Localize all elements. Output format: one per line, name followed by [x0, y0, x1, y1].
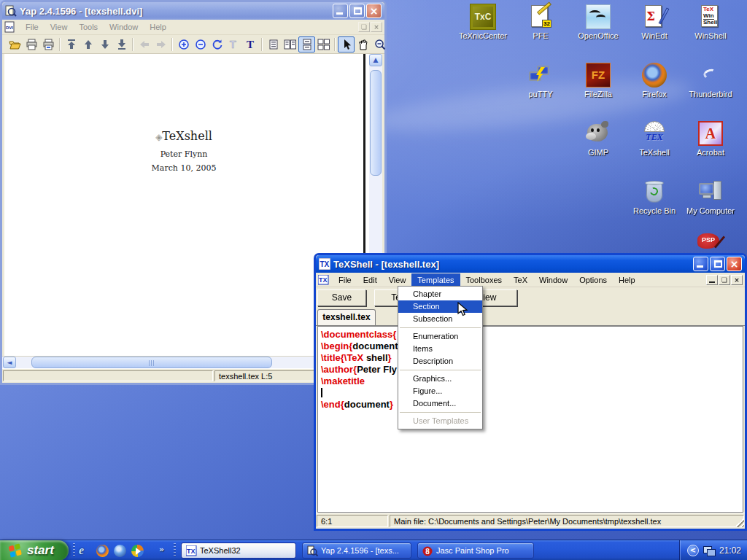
select-tool-icon[interactable] — [338, 36, 355, 52]
page-prev-icon[interactable] — [80, 36, 96, 52]
desktop-icon-acrobat[interactable]: AAcrobat — [683, 121, 738, 157]
editor-line-2[interactable]: \begin{document} — [321, 341, 743, 352]
taskbar-divider[interactable] — [174, 543, 176, 558]
desktop-icon-texniccenter[interactable]: TxCTeXnicCenter — [455, 4, 511, 40]
view-single-icon[interactable] — [265, 36, 282, 52]
forward-icon[interactable] — [152, 36, 169, 52]
editor-line-7[interactable]: \end{document} — [321, 399, 743, 411]
editor-line-3[interactable]: \title{\TeX shell} — [321, 352, 743, 364]
tab-texshell-tex[interactable]: texshell.tex — [317, 309, 376, 326]
desktop-icon-putty[interactable]: puTTY — [513, 63, 568, 98]
menu-item-document[interactable]: Document... — [398, 397, 482, 410]
quicklaunch-media-player-icon[interactable] — [131, 545, 144, 557]
tray-collapse-chevron[interactable]: < — [687, 545, 699, 556]
texshell-menu-help[interactable]: Help — [613, 273, 641, 287]
start-button[interactable]: start — [0, 540, 69, 560]
horizontal-scroll-thumb[interactable] — [31, 357, 272, 368]
yap-titlebar[interactable]: Yap 2.4.1596 - [texshell.dvi] × — [2, 2, 384, 20]
menu-item-figure[interactable]: Figure... — [398, 385, 482, 397]
yap-menu-window[interactable]: Window — [104, 20, 144, 34]
toolbar-separator — [261, 38, 263, 51]
quicklaunch-firefox-icon[interactable] — [96, 545, 109, 557]
desktop-icon-thunderbird[interactable]: Thunderbird — [683, 63, 738, 98]
texshell-menu-window[interactable]: Window — [533, 273, 573, 287]
icon-label: WinShell — [683, 31, 738, 40]
editor-line-5[interactable]: \maketitle — [321, 376, 743, 387]
texshell-mdi-minimize-button[interactable] — [706, 275, 718, 285]
desktop-icon-winedt[interactable]: ΣWinEdt — [627, 4, 682, 40]
texshell-menu-tex[interactable]: TeX — [508, 273, 533, 287]
menu-item-enumeration[interactable]: Enumeration — [398, 330, 482, 343]
print-page-icon[interactable] — [40, 36, 57, 52]
save-button[interactable]: Save — [317, 289, 366, 306]
refresh-icon[interactable] — [209, 36, 225, 52]
desktop-icon-firefox[interactable]: Firefox — [627, 63, 682, 98]
page-next-icon[interactable] — [96, 36, 113, 52]
resize-grip[interactable] — [735, 518, 744, 527]
texshell-mdi-restore-button[interactable]: ❏ — [719, 275, 730, 285]
texshell-editor[interactable]: \documentclass{\begin{document}\title{\T… — [317, 326, 743, 513]
text-mode-icon[interactable]: T — [242, 36, 259, 52]
menu-item-chapter[interactable]: Chapter — [398, 288, 482, 300]
yap-close-button[interactable]: × — [366, 4, 382, 18]
open-icon[interactable] — [7, 36, 23, 52]
yap-maximize-button[interactable] — [349, 4, 365, 18]
taskbar-task-psp[interactable]: 8Jasc Paint Shop Pro — [417, 542, 534, 559]
texshell-menu-view[interactable]: View — [383, 273, 412, 287]
texshell-menu-options[interactable]: Options — [573, 273, 613, 287]
back-icon[interactable] — [136, 36, 152, 52]
taskbar-divider[interactable] — [73, 543, 75, 558]
editor-line-6[interactable] — [321, 387, 743, 399]
page-first-icon[interactable] — [63, 36, 80, 52]
view-double-icon[interactable] — [282, 36, 298, 52]
yap-mdi-restore-button[interactable]: ❏ — [358, 22, 370, 32]
yap-menu-file[interactable]: File — [20, 20, 44, 34]
quicklaunch-thunderbird-icon[interactable] — [114, 545, 126, 557]
yap-mdi-close-button[interactable]: × — [371, 22, 382, 32]
quicklaunch-overflow-chevron[interactable]: » — [159, 545, 164, 554]
texshell-menu-edit[interactable]: Edit — [357, 273, 383, 287]
zoom-in-icon[interactable] — [175, 36, 192, 52]
desktop-icon-mycomputer[interactable]: My Computer — [683, 179, 738, 215]
desktop-icon-texshell[interactable]: TEXTeXshell — [627, 121, 682, 157]
desktop-icon-winshell[interactable]: TeXWinShellWinShell — [683, 4, 738, 40]
texshell-titlebar[interactable]: TX TeXShell - [texshell.tex] × — [316, 255, 745, 273]
texshell-mdi-close-button[interactable]: × — [731, 275, 743, 285]
editor-line-4[interactable]: \author{Peter Fly — [321, 364, 743, 376]
texshell-minimize-button[interactable] — [693, 257, 708, 271]
yap-minimize-button[interactable] — [333, 4, 348, 18]
view-continuous-double-icon[interactable] — [315, 36, 332, 52]
desktop-icon-openoffice[interactable]: OpenOffice — [570, 4, 626, 40]
quicklaunch-internet-explorer-icon[interactable]: e — [79, 545, 91, 557]
texshell-menu-file[interactable]: File — [333, 273, 357, 287]
view-continuous-icon[interactable] — [298, 36, 315, 52]
print-icon[interactable] — [23, 36, 40, 52]
menu-item-description[interactable]: Description — [398, 355, 482, 368]
yap-menu-view[interactable]: View — [44, 20, 74, 34]
yap-menu-tools[interactable]: Tools — [73, 20, 104, 34]
editor-line-1[interactable]: \documentclass{ — [321, 329, 743, 341]
desktop-icon-gimp[interactable]: GIMP — [570, 121, 626, 157]
texshell-menu-toolboxes[interactable]: Toolboxes — [460, 273, 508, 287]
hand-tool-icon[interactable] — [355, 36, 371, 52]
magnify-tool-icon[interactable] — [371, 36, 388, 52]
desktop-icon-filezilla[interactable]: FZFileZilla — [570, 63, 626, 98]
network-tray-icon[interactable] — [703, 546, 715, 556]
ruler-icon[interactable]: T — [225, 36, 242, 52]
taskbar-task-yap[interactable]: Yap 2.4.1596 - [texs... — [302, 542, 411, 559]
yap-menu-help[interactable]: Help — [144, 20, 172, 34]
taskbar-task-texshell[interactable]: TXTeXShell32 — [181, 542, 296, 559]
menu-item-items[interactable]: Items — [398, 343, 482, 355]
scroll-up-button[interactable]: ▲ — [369, 54, 382, 66]
texshell-close-button[interactable]: × — [727, 257, 742, 271]
desktop-icon-recyclebin[interactable]: Recycle Bin — [627, 179, 682, 215]
menu-item-graphics[interactable]: Graphics... — [398, 373, 482, 385]
zoom-out-icon[interactable] — [192, 36, 209, 52]
templates-dropdown-menu: ChapterSectionSubsectionEnumerationItems… — [398, 286, 483, 429]
texshell-maximize-button[interactable] — [710, 257, 725, 271]
page-last-icon[interactable] — [113, 36, 130, 52]
texshell-menu-templates[interactable]: Templates — [411, 273, 460, 287]
vertical-scroll-thumb[interactable] — [370, 70, 382, 176]
desktop-icon-pfe[interactable]: 32PFE — [513, 4, 568, 40]
scroll-left-button[interactable]: ◄ — [3, 357, 16, 368]
